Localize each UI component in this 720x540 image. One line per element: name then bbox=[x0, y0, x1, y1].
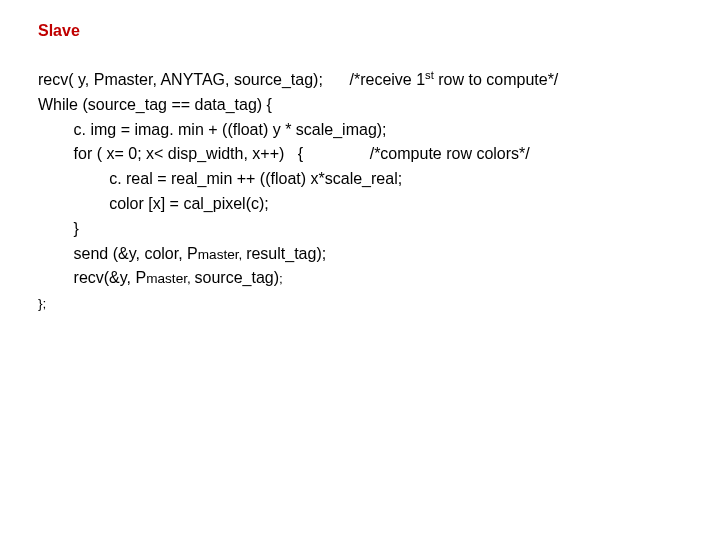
code-line-8-small: master, bbox=[198, 247, 246, 262]
code-line-4: for ( x= 0; x< disp_width, x++) { /*comp… bbox=[38, 145, 530, 162]
code-line-8a: send (&y, color, P bbox=[38, 245, 198, 262]
code-line-5: c. real = real_min ++ ((float) x*scale_r… bbox=[38, 170, 402, 187]
code-line-10: }; bbox=[38, 296, 46, 311]
code-block: recv( y, Pmaster, ANYTAG, source_tag); /… bbox=[38, 68, 682, 316]
code-line-2: While (source_tag == data_tag) { bbox=[38, 96, 272, 113]
code-line-6: color [x] = cal_pixel(c); bbox=[38, 195, 269, 212]
code-line-9-small: master, bbox=[146, 271, 194, 286]
code-line-3: c. img = imag. min + ((float) y * scale_… bbox=[38, 121, 387, 138]
code-line-9b: source_tag) bbox=[195, 269, 280, 286]
superscript-st: st bbox=[425, 69, 434, 81]
code-line-9-small2: ; bbox=[279, 271, 283, 286]
code-line-7: } bbox=[38, 220, 79, 237]
code-line-8b: result_tag); bbox=[246, 245, 326, 262]
code-line-1a: recv( y, Pmaster, ANYTAG, source_tag); /… bbox=[38, 71, 425, 88]
code-line-9a: recv(&y, P bbox=[38, 269, 146, 286]
slide-heading: Slave bbox=[38, 22, 682, 40]
code-line-1b: row to compute*/ bbox=[434, 71, 559, 88]
slide-container: Slave recv( y, Pmaster, ANYTAG, source_t… bbox=[0, 0, 720, 338]
